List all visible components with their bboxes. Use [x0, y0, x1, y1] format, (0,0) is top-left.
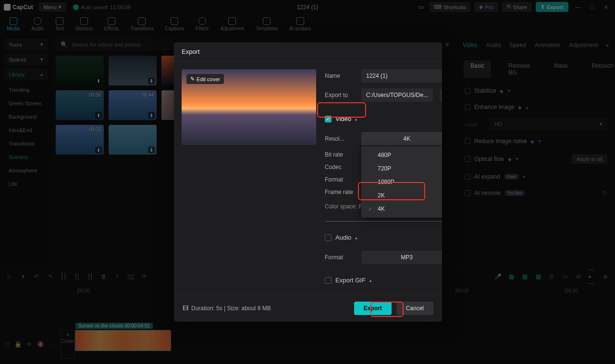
export-form: Name 1224 (1) Export to C:/Users/TOPGUS/… — [325, 69, 442, 287]
checkbox-checked-icon[interactable]: ✓ — [325, 116, 332, 122]
pencil-icon: ✎ — [190, 76, 195, 82]
edit-cover-button[interactable]: ✎ Edit cover — [186, 74, 224, 84]
checkbox-icon[interactable] — [325, 277, 332, 284]
gif-section-toggle[interactable]: Export GIF ▴ — [325, 273, 442, 288]
exportto-row: Export to C:/Users/TOPGUS/De... 🗀 — [325, 88, 442, 102]
name-row: Name 1224 (1) — [325, 69, 442, 83]
resolution-select[interactable]: 4K ▴ 480P 720P 1080P 2K ✓4K — [361, 132, 442, 146]
export-modal: Export ✎ Edit cover Name 1224 (1) Export… — [174, 42, 442, 322]
audio-section-toggle[interactable]: Audio ▴ — [325, 230, 442, 245]
resolution-dropdown-menu: 480P 720P 1080P 2K ✓4K — [361, 146, 442, 218]
footer-buttons: Export Cancel — [354, 302, 433, 315]
res-option-2k[interactable]: 2K — [361, 189, 442, 202]
name-input[interactable]: 1224 (1) — [361, 69, 442, 83]
res-option-4k[interactable]: ✓4K — [361, 202, 442, 216]
export-confirm-button[interactable]: Export — [354, 302, 392, 315]
export-preview: ✎ Edit cover — [182, 69, 316, 145]
audio-format-row: Format MP3▾ — [325, 251, 442, 264]
chevron-up-icon: ▴ — [355, 117, 357, 121]
res-option-480p[interactable]: 480P — [361, 148, 442, 162]
chevron-up-icon: ▴ — [369, 278, 372, 283]
video-section-toggle[interactable]: ✓ Video ▴ — [325, 111, 442, 126]
resolution-row: Resol... 4K ▴ 480P 720P 1080P 2K ✓4K — [325, 132, 442, 146]
film-icon: 🎞 — [183, 305, 188, 312]
res-option-720p[interactable]: 720P — [361, 162, 442, 175]
res-option-1080p[interactable]: 1080P — [361, 175, 442, 189]
checkbox-icon[interactable] — [325, 234, 332, 241]
audio-format-select[interactable]: MP3▾ — [361, 251, 442, 264]
duration-info: 🎞 Duration: 5s | Size: about 9 MB — [183, 305, 271, 312]
browse-folder-button[interactable]: 🗀 — [440, 89, 442, 101]
modal-title: Export — [174, 42, 442, 61]
check-icon: ✓ — [368, 206, 374, 212]
modal-footer: 🎞 Duration: 5s | Size: about 9 MB Export… — [174, 294, 442, 322]
exportto-input[interactable]: C:/Users/TOPGUS/De... — [361, 88, 433, 102]
modal-body: ✎ Edit cover Name 1224 (1) Export to C:/… — [174, 61, 442, 294]
chevron-up-icon: ▴ — [355, 235, 357, 240]
cancel-button[interactable]: Cancel — [396, 302, 433, 315]
